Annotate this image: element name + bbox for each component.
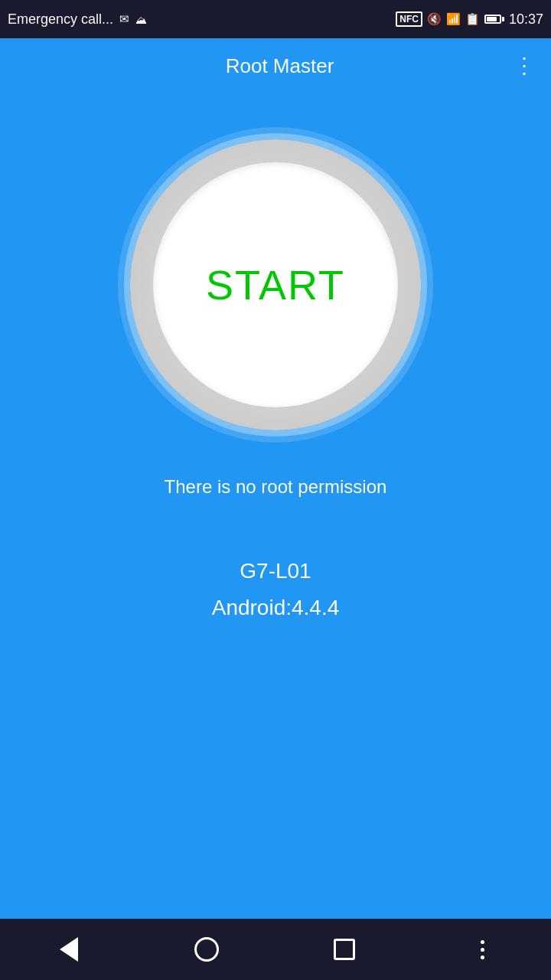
root-status-message: There is no root permission: [165, 476, 387, 498]
sim-icon: 📋: [465, 12, 480, 26]
wifi-icon: 📶: [446, 12, 461, 26]
gmail-icon: ✉: [119, 12, 129, 26]
start-button-outer: START: [130, 139, 421, 430]
battery-icon: [484, 15, 504, 24]
start-button-container: START: [130, 139, 421, 430]
mute-icon: 🔇: [427, 12, 442, 26]
app-bar: Root Master ⋮: [0, 38, 551, 93]
nav-dots-icon: [481, 940, 484, 959]
device-model: G7-L01: [240, 559, 311, 583]
status-time: 10:37: [509, 11, 543, 28]
nav-bar: [0, 919, 551, 980]
status-bar: Emergency call... ✉ ⛰ NFC 🔇 📶 📋 10:37: [0, 0, 551, 38]
nfc-badge: NFC: [396, 11, 422, 27]
device-info: G7-L01 Android:4.4.4: [212, 559, 340, 620]
back-button[interactable]: [50, 930, 88, 969]
android-version: Android:4.4.4: [212, 596, 340, 620]
screenshot-icon: ⛰: [135, 13, 147, 26]
app-title: Root Master: [46, 54, 514, 78]
home-icon: [194, 937, 219, 962]
status-bar-left: Emergency call... ✉ ⛰: [8, 11, 147, 28]
recents-icon: [334, 939, 355, 960]
main-content: START There is no root permission G7-L01…: [0, 93, 551, 919]
start-button-label: START: [206, 261, 345, 309]
emergency-call-text: Emergency call...: [8, 11, 113, 28]
back-icon: [60, 937, 78, 962]
nav-more-button[interactable]: [463, 930, 501, 969]
more-options-button[interactable]: ⋮: [514, 55, 536, 77]
start-button[interactable]: START: [153, 162, 398, 407]
home-button[interactable]: [187, 930, 226, 969]
recents-button[interactable]: [325, 930, 364, 969]
status-bar-right: NFC 🔇 📶 📋 10:37: [396, 11, 543, 28]
